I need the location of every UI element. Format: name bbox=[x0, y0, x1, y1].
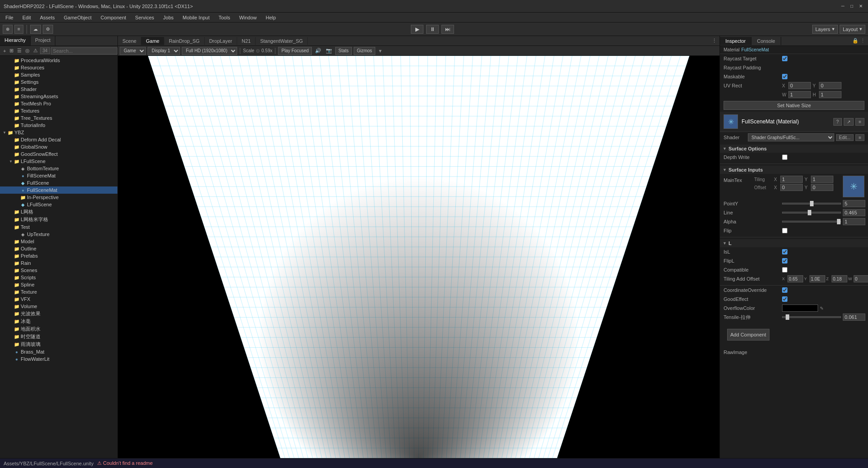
inspector-lock-icon[interactable]: 🔒 bbox=[852, 38, 859, 44]
tiling-y[interactable] bbox=[811, 176, 833, 183]
tree-item[interactable]: ◆LFullScene bbox=[0, 201, 117, 208]
tab-n21[interactable]: N21 bbox=[237, 37, 256, 45]
tab-inspector[interactable]: Inspector bbox=[720, 37, 751, 45]
add-component-btn[interactable]: Add Component bbox=[727, 329, 769, 341]
material-question-btn[interactable]: ? bbox=[833, 118, 842, 126]
compatible-checkbox[interactable] bbox=[782, 267, 787, 273]
overflow-color-picker-icon[interactable]: ✎ bbox=[820, 306, 823, 311]
tree-item[interactable]: 📁时空隧道 bbox=[0, 333, 117, 341]
tree-item[interactable]: 📁ProceduralWorlds bbox=[0, 57, 117, 64]
tab-console[interactable]: Console bbox=[751, 37, 781, 45]
tree-item[interactable]: 📁Shader bbox=[0, 86, 117, 93]
menu-jobs[interactable]: Jobs bbox=[160, 14, 177, 21]
offset-x[interactable] bbox=[780, 184, 803, 191]
menu-tools[interactable]: Tools bbox=[215, 14, 234, 21]
tree-item[interactable]: 📁L网格米字格 bbox=[0, 216, 117, 223]
shader-edit-btn[interactable]: Edit... bbox=[836, 134, 854, 141]
alpha-slider[interactable] bbox=[782, 221, 841, 223]
tab-hierarchy[interactable]: Hierarchy bbox=[0, 36, 31, 45]
material-list-btn[interactable]: ≡ bbox=[855, 118, 864, 126]
line-input[interactable] bbox=[843, 209, 865, 216]
tree-item[interactable]: 📁雨滴玻璃 bbox=[0, 341, 117, 348]
tree-item[interactable]: ●Brass_Mat bbox=[0, 348, 117, 355]
tree-item[interactable]: ◈BottomTexture bbox=[0, 165, 117, 172]
maintex-thumb[interactable]: ✳ bbox=[843, 176, 864, 197]
tree-item[interactable]: 📁Deform Add Decal bbox=[0, 136, 117, 143]
tab-droplayer[interactable]: DropLayer bbox=[205, 37, 237, 45]
tree-item[interactable]: ▼📁LFullScene bbox=[0, 158, 117, 165]
flipl-checkbox[interactable] bbox=[782, 258, 787, 264]
maximize-button[interactable]: □ bbox=[848, 3, 855, 10]
isl-checkbox[interactable] bbox=[782, 249, 787, 254]
tree-item[interactable]: 📁Tree_Textures bbox=[0, 114, 117, 122]
warning-btn[interactable]: ⚠ bbox=[32, 47, 39, 54]
menu-edit[interactable]: Edit bbox=[19, 14, 35, 21]
tree-item[interactable]: 📁Model bbox=[0, 238, 117, 245]
tao-z[interactable] bbox=[832, 275, 847, 282]
l-section-header[interactable]: ▼ L bbox=[720, 239, 868, 247]
ping-btn[interactable]: ◎ bbox=[24, 47, 31, 54]
game-mode-select[interactable]: Game bbox=[120, 47, 146, 55]
uvrect-w[interactable] bbox=[788, 91, 811, 98]
tab-game[interactable]: Game bbox=[141, 37, 164, 45]
pointy-input[interactable] bbox=[843, 200, 865, 207]
menu-component[interactable]: Component bbox=[97, 14, 130, 21]
tree-item[interactable]: 📁GlobalSnow bbox=[0, 143, 117, 150]
tree-item[interactable]: ●FillSceneMat bbox=[0, 172, 117, 179]
toolbar-grid-btn[interactable]: ≡ bbox=[14, 25, 23, 34]
tree-item[interactable]: 📁地面积水 bbox=[0, 325, 117, 333]
coord-override-checkbox[interactable] bbox=[782, 287, 787, 293]
tab-raindrop[interactable]: RainDrop_SG bbox=[164, 37, 204, 45]
shader-more-btn[interactable]: ≡ bbox=[855, 134, 864, 141]
add-btn[interactable]: + bbox=[2, 48, 7, 54]
tree-item[interactable]: 📁冰毫 bbox=[0, 318, 117, 325]
filter-btn[interactable]: ☰ bbox=[16, 47, 23, 54]
tree-item[interactable]: 📁Outline bbox=[0, 245, 117, 252]
tree-item[interactable]: 📁Texture bbox=[0, 288, 117, 295]
tree-item[interactable]: 📁TutorialInfo bbox=[0, 122, 117, 129]
mute-btn[interactable]: 🔊 bbox=[314, 47, 323, 54]
overflow-color-swatch[interactable] bbox=[782, 304, 818, 312]
tree-item[interactable]: 📁Test bbox=[0, 223, 117, 231]
play-focused-btn[interactable]: Play Focused bbox=[278, 47, 312, 55]
maskable-checkbox[interactable] bbox=[782, 74, 787, 79]
tao-x[interactable] bbox=[787, 275, 803, 282]
pointy-slider[interactable] bbox=[782, 203, 841, 204]
menu-help[interactable]: Help bbox=[262, 14, 280, 21]
tree-item[interactable]: 📁Prefabs bbox=[0, 252, 117, 259]
tree-item[interactable]: 📁L网格 bbox=[0, 208, 117, 216]
tree-item[interactable]: 📁光波效果 bbox=[0, 310, 117, 318]
tree-item[interactable]: ●FlowWaterLit bbox=[0, 355, 117, 363]
uvrect-h[interactable] bbox=[819, 91, 841, 98]
menu-services[interactable]: Services bbox=[131, 14, 157, 21]
tab-stangent[interactable]: StangentWater_SG bbox=[256, 37, 308, 45]
inspector-more-icon[interactable]: ⋮ bbox=[860, 38, 865, 44]
surface-options-header[interactable]: ▼ Surface Options bbox=[720, 145, 868, 153]
tensile-slider[interactable] bbox=[782, 316, 841, 318]
step-button[interactable]: ⏭ bbox=[441, 25, 454, 34]
toolbar-settings-btn[interactable]: ⚙ bbox=[43, 25, 53, 34]
offset-y[interactable] bbox=[811, 184, 833, 191]
tree-item[interactable]: 📁TextMesh Pro bbox=[0, 100, 117, 107]
line-slider[interactable] bbox=[782, 212, 841, 214]
menu-mobile-input[interactable]: Mobile Input bbox=[179, 14, 213, 21]
tree-item[interactable]: 📁GoodSnowEffect bbox=[0, 150, 117, 158]
tree-item[interactable]: 📁Samples bbox=[0, 71, 117, 78]
raycast-target-checkbox[interactable] bbox=[782, 56, 787, 61]
tree-item[interactable]: 📁StreamingAssets bbox=[0, 93, 117, 100]
tree-item[interactable]: 📁Textures bbox=[0, 107, 117, 114]
play-button[interactable]: ▶ bbox=[411, 25, 423, 34]
tiling-x[interactable] bbox=[780, 176, 803, 183]
tab-bar-menu[interactable]: ⋮ bbox=[709, 36, 720, 45]
menu-window[interactable]: Window bbox=[235, 14, 260, 21]
toolbar-cloud-btn[interactable]: ☁ bbox=[30, 25, 41, 34]
close-button[interactable]: ✕ bbox=[857, 3, 864, 10]
set-native-size-btn[interactable]: Set Native Size bbox=[724, 101, 864, 110]
minimize-button[interactable]: ─ bbox=[839, 3, 846, 10]
alpha-input[interactable] bbox=[843, 218, 865, 225]
tree-item[interactable]: 📁Scenes bbox=[0, 267, 117, 274]
surface-inputs-header[interactable]: ▼ Surface Inputs bbox=[720, 166, 868, 174]
hierarchy-search[interactable] bbox=[51, 47, 117, 55]
tree-item[interactable]: 📁VFX bbox=[0, 295, 117, 303]
stats-btn[interactable]: Stats bbox=[335, 47, 352, 55]
